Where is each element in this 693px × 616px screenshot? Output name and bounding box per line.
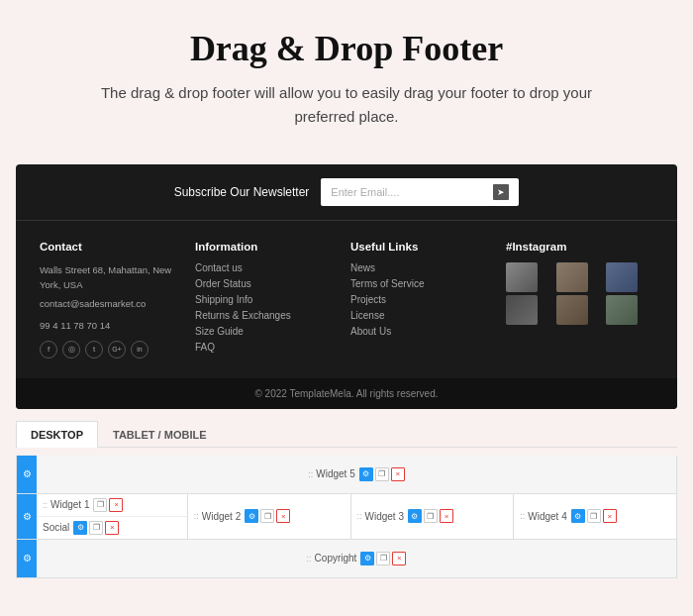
info-link-faq[interactable]: FAQ xyxy=(195,342,343,353)
social-copy-btn[interactable]: ❐ xyxy=(89,521,103,535)
useful-link-license[interactable]: License xyxy=(350,310,498,321)
info-link-order[interactable]: Order Status xyxy=(195,278,343,289)
social-googleplus[interactable]: G+ xyxy=(108,341,126,359)
social-label: Social xyxy=(43,522,69,533)
footer-columns: Contact Walls Street 68, Mahattan, New Y… xyxy=(16,221,677,378)
row-handle-2[interactable]: ⚙ xyxy=(17,494,37,539)
widget-1-copy-btn[interactable]: ❐ xyxy=(93,498,107,512)
newsletter-label: Subscribe Our Newsletter xyxy=(174,185,310,199)
copyright-close-btn[interactable]: × xyxy=(392,552,406,565)
contact-title: Contact xyxy=(40,241,187,253)
widget-1-grip: :: xyxy=(43,500,48,510)
instagram-thumb-2[interactable] xyxy=(556,262,588,292)
widget-2-actions: ⚙ ❐ × xyxy=(245,509,290,523)
widget-2-close-btn[interactable]: × xyxy=(276,509,290,523)
instagram-thumb-5[interactable] xyxy=(556,295,588,325)
row-handle-icon-2: ⚙ xyxy=(23,511,32,522)
row-handle-icon-3: ⚙ xyxy=(23,553,32,564)
instagram-thumb-4[interactable] xyxy=(506,295,538,325)
newsletter-bar: Subscribe Our Newsletter Enter Email....… xyxy=(16,164,677,221)
instagram-title: #Instagram xyxy=(506,241,653,253)
send-icon: ➤ xyxy=(493,184,509,200)
footer-col-contact: Contact Walls Street 68, Mahattan, New Y… xyxy=(40,241,187,359)
info-link-size[interactable]: Size Guide xyxy=(195,326,343,337)
tabs-row: DESKTOP TABLET / MOBILE xyxy=(16,421,677,448)
footer-col-useful: Useful Links News Terms of Service Proje… xyxy=(350,241,498,359)
widget-2-grip: :: xyxy=(194,511,199,521)
useful-link-terms[interactable]: Terms of Service xyxy=(350,278,498,289)
social-close-btn[interactable]: × xyxy=(105,521,119,535)
copyright-text: © 2022 TemplateMela. All rights reserved… xyxy=(254,388,438,399)
row-content-1: :: Widget 5 ⚙ ❐ × xyxy=(37,456,676,493)
widget-5-gear-btn[interactable]: ⚙ xyxy=(359,467,373,481)
instagram-thumb-3[interactable] xyxy=(606,262,638,292)
social-icons-row: f ◎ t G+ in xyxy=(40,341,187,359)
widget-3-gear-btn[interactable]: ⚙ xyxy=(408,509,422,523)
copyright-gear-btn[interactable]: ⚙ xyxy=(360,552,374,565)
widget-1-close-btn[interactable]: × xyxy=(109,498,123,512)
widget-5-label: Widget 5 xyxy=(316,468,354,479)
instagram-thumb-6[interactable] xyxy=(606,295,638,325)
contact-address: Walls Street 68, Mahattan, New York, USA xyxy=(40,262,187,292)
widget-4-copy-btn[interactable]: ❐ xyxy=(587,509,601,523)
info-link-returns[interactable]: Returns & Exchanges xyxy=(195,310,343,321)
copyright-actions: ⚙ ❐ × xyxy=(360,552,406,565)
social-instagram[interactable]: ◎ xyxy=(62,341,80,359)
widget-5-actions: ⚙ ❐ × xyxy=(359,467,405,481)
widget-3-actions: ⚙ ❐ × xyxy=(408,509,453,523)
widget-cell-col1: :: Widget 1 ❐ × Social ⚙ ❐ × xyxy=(37,494,187,539)
useful-title: Useful Links xyxy=(350,241,498,253)
widget-3-copy-btn[interactable]: ❐ xyxy=(424,509,438,523)
social-linkedin[interactable]: in xyxy=(131,341,148,359)
widget-area: ⚙ :: Widget 5 ⚙ ❐ × ⚙ :: Widget xyxy=(16,456,677,578)
copyright-cell: :: Copyright ⚙ ❐ × xyxy=(37,540,676,577)
newsletter-input-wrapper[interactable]: Enter Email.... ➤ xyxy=(321,178,519,206)
social-twitter[interactable]: t xyxy=(85,341,103,359)
widget-3-grip: :: xyxy=(357,511,362,521)
widget-2-label: Widget 2 xyxy=(202,511,241,522)
widget-4-gear-btn[interactable]: ⚙ xyxy=(571,509,585,523)
widget-cell-col4: :: Widget 4 ⚙ ❐ × xyxy=(513,494,676,539)
widget-4-close-btn[interactable]: × xyxy=(603,509,617,523)
row-handle-1[interactable]: ⚙ xyxy=(17,456,37,493)
copyright-widget-label: Copyright xyxy=(315,553,357,564)
widget-5-copy-btn[interactable]: ❐ xyxy=(375,467,389,481)
tab-tablet-mobile[interactable]: TABLET / MOBILE xyxy=(98,421,222,448)
row-content-3: :: Copyright ⚙ ❐ × xyxy=(37,540,676,577)
row-content-2: :: Widget 1 ❐ × Social ⚙ ❐ × xyxy=(37,494,676,539)
copyright-copy-btn[interactable]: ❐ xyxy=(376,552,390,565)
widget-row-2: ⚙ :: Widget 1 ❐ × Social ⚙ ❐ xyxy=(17,494,676,540)
useful-link-news[interactable]: News xyxy=(350,262,498,273)
social-facebook[interactable]: f xyxy=(40,341,57,359)
info-link-contact[interactable]: Contact us xyxy=(195,262,343,273)
widget-row-1: ⚙ :: Widget 5 ⚙ ❐ × xyxy=(17,456,676,494)
widget-4-grip: :: xyxy=(520,511,525,521)
widget-1-row: :: Widget 1 ❐ × xyxy=(37,494,187,517)
footer-copyright: © 2022 TemplateMela. All rights reserved… xyxy=(16,378,677,409)
social-gear-btn[interactable]: ⚙ xyxy=(73,521,87,535)
widget-5-close-btn[interactable]: × xyxy=(391,467,405,481)
tabs-section: DESKTOP TABLET / MOBILE xyxy=(16,421,677,448)
useful-link-projects[interactable]: Projects xyxy=(350,294,498,305)
useful-link-about[interactable]: About Us xyxy=(350,326,498,337)
instagram-thumb-1[interactable] xyxy=(506,262,538,292)
widget-2-copy-btn[interactable]: ❐ xyxy=(260,509,274,523)
widget-2-gear-btn[interactable]: ⚙ xyxy=(245,509,258,523)
tab-desktop[interactable]: DESKTOP xyxy=(16,421,98,448)
social-row: Social ⚙ ❐ × xyxy=(37,517,187,539)
row-handle-3[interactable]: ⚙ xyxy=(17,540,37,577)
social-actions: ⚙ ❐ × xyxy=(73,521,119,535)
widget-1-label: Widget 1 xyxy=(50,499,89,510)
widget-1-actions: ❐ × xyxy=(93,498,123,512)
info-link-shipping[interactable]: Shipping Info xyxy=(195,294,343,305)
page-title: Drag & Drop Footer xyxy=(40,28,653,69)
widget-3-close-btn[interactable]: × xyxy=(440,509,453,523)
widget-5-cell: :: Widget 5 ⚙ ❐ × xyxy=(37,456,676,493)
widget-4-actions: ⚙ ❐ × xyxy=(571,509,617,523)
widget-cell-col3: :: Widget 3 ⚙ ❐ × xyxy=(350,494,514,539)
row-handle-icon-1: ⚙ xyxy=(23,468,32,479)
contact-email: contact@sadesmarket.co xyxy=(40,296,187,311)
widget-3-label: Widget 3 xyxy=(365,511,404,522)
instagram-grid xyxy=(506,262,653,325)
copyright-grip: :: xyxy=(307,554,312,564)
